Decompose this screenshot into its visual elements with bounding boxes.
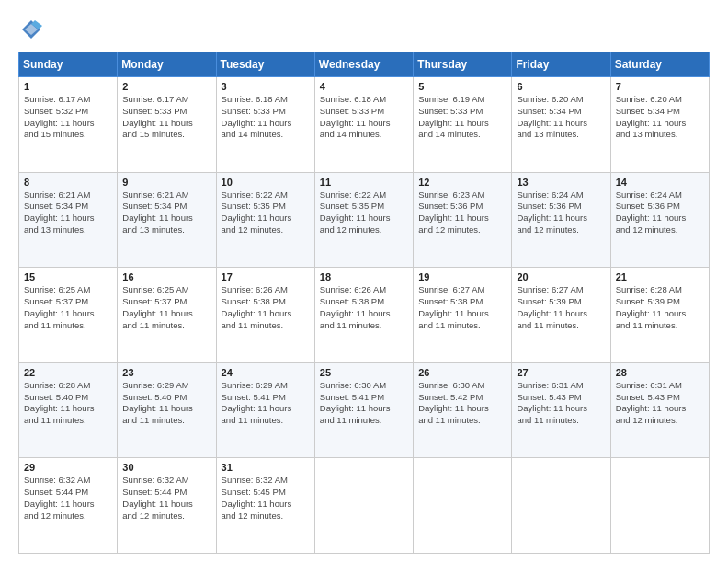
calendar-cell: 20Sunrise: 6:27 AMSunset: 5:39 PMDayligh… [512, 268, 610, 363]
day-number: 7 [616, 81, 704, 92]
cell-text: Sunrise: 6:30 AMSunset: 5:42 PMDaylight:… [418, 380, 506, 427]
calendar-cell: 31Sunrise: 6:32 AMSunset: 5:45 PMDayligh… [216, 458, 314, 554]
day-number: 22 [24, 367, 112, 378]
cell-text: Sunrise: 6:29 AMSunset: 5:40 PMDaylight:… [122, 380, 210, 427]
cell-text: Sunrise: 6:24 AMSunset: 5:36 PMDaylight:… [616, 190, 704, 236]
calendar-cell: 19Sunrise: 6:27 AMSunset: 5:38 PMDayligh… [414, 268, 512, 363]
cell-text: Sunrise: 6:25 AMSunset: 5:37 PMDaylight:… [24, 284, 112, 331]
logo [18, 17, 48, 42]
day-number: 23 [122, 367, 210, 378]
day-number: 3 [222, 81, 310, 92]
calendar-cell: 28Sunrise: 6:31 AMSunset: 5:43 PMDayligh… [610, 362, 709, 458]
cell-text: Sunrise: 6:31 AMSunset: 5:43 PMDaylight:… [616, 380, 704, 427]
cell-text: Sunrise: 6:21 AMSunset: 5:34 PMDaylight:… [122, 190, 210, 236]
calendar-cell: 6Sunrise: 6:20 AMSunset: 5:34 PMDaylight… [512, 77, 610, 173]
cell-text: Sunrise: 6:23 AMSunset: 5:36 PMDaylight:… [418, 190, 506, 236]
logo-icon [18, 17, 44, 42]
day-number: 5 [418, 81, 506, 92]
header [18, 17, 710, 42]
day-number: 8 [24, 177, 112, 188]
day-number: 26 [418, 367, 506, 378]
calendar-cell: 11Sunrise: 6:22 AMSunset: 5:35 PMDayligh… [314, 172, 413, 268]
day-number: 10 [222, 177, 310, 188]
page: SundayMondayTuesdayWednesdayThursdayFrid… [0, 0, 728, 563]
day-number: 13 [517, 177, 605, 188]
day-number: 20 [517, 271, 605, 282]
calendar-cell: 10Sunrise: 6:22 AMSunset: 5:35 PMDayligh… [216, 172, 314, 268]
calendar-cell: 8Sunrise: 6:21 AMSunset: 5:34 PMDaylight… [19, 172, 118, 268]
calendar-cell: 16Sunrise: 6:25 AMSunset: 5:37 PMDayligh… [118, 268, 216, 363]
day-header-sunday: Sunday [19, 52, 118, 77]
cell-text: Sunrise: 6:17 AMSunset: 5:32 PMDaylight:… [24, 94, 112, 141]
calendar-cell: 22Sunrise: 6:28 AMSunset: 5:40 PMDayligh… [19, 362, 118, 458]
day-number: 28 [616, 367, 704, 378]
calendar-cell: 27Sunrise: 6:31 AMSunset: 5:43 PMDayligh… [512, 362, 610, 458]
calendar-cell [512, 458, 610, 554]
cell-text: Sunrise: 6:20 AMSunset: 5:34 PMDaylight:… [616, 94, 704, 141]
day-number: 11 [320, 177, 408, 188]
day-header-thursday: Thursday [414, 52, 512, 77]
cell-text: Sunrise: 6:30 AMSunset: 5:41 PMDaylight:… [320, 380, 408, 427]
cell-text: Sunrise: 6:26 AMSunset: 5:38 PMDaylight:… [222, 284, 310, 331]
calendar-cell [414, 458, 512, 554]
cell-text: Sunrise: 6:27 AMSunset: 5:38 PMDaylight:… [418, 284, 506, 331]
day-number: 6 [517, 81, 605, 92]
calendar-cell: 3Sunrise: 6:18 AMSunset: 5:33 PMDaylight… [216, 77, 314, 173]
day-number: 27 [517, 367, 605, 378]
week-row-5: 29Sunrise: 6:32 AMSunset: 5:44 PMDayligh… [19, 458, 710, 554]
calendar-cell: 7Sunrise: 6:20 AMSunset: 5:34 PMDaylight… [610, 77, 709, 173]
calendar-cell: 1Sunrise: 6:17 AMSunset: 5:32 PMDaylight… [19, 77, 118, 173]
day-header-friday: Friday [512, 52, 610, 77]
day-number: 24 [222, 367, 310, 378]
cell-text: Sunrise: 6:21 AMSunset: 5:34 PMDaylight:… [24, 190, 112, 236]
day-number: 4 [320, 81, 408, 92]
calendar-cell: 12Sunrise: 6:23 AMSunset: 5:36 PMDayligh… [414, 172, 512, 268]
calendar-cell: 9Sunrise: 6:21 AMSunset: 5:34 PMDaylight… [118, 172, 216, 268]
day-number: 9 [122, 177, 210, 188]
day-number: 25 [320, 367, 408, 378]
week-row-3: 15Sunrise: 6:25 AMSunset: 5:37 PMDayligh… [19, 268, 710, 363]
cell-text: Sunrise: 6:25 AMSunset: 5:37 PMDaylight:… [122, 284, 210, 331]
day-header-wednesday: Wednesday [314, 52, 413, 77]
cell-text: Sunrise: 6:31 AMSunset: 5:43 PMDaylight:… [517, 380, 605, 427]
calendar-cell [314, 458, 413, 554]
calendar-cell [610, 458, 709, 554]
cell-text: Sunrise: 6:20 AMSunset: 5:34 PMDaylight:… [517, 94, 605, 141]
cell-text: Sunrise: 6:28 AMSunset: 5:40 PMDaylight:… [24, 380, 112, 427]
day-number: 30 [122, 462, 210, 473]
day-number: 19 [418, 271, 506, 282]
cell-text: Sunrise: 6:32 AMSunset: 5:44 PMDaylight:… [24, 475, 112, 522]
day-number: 15 [24, 271, 112, 282]
day-number: 31 [222, 462, 310, 473]
cell-text: Sunrise: 6:17 AMSunset: 5:33 PMDaylight:… [122, 94, 210, 141]
day-header-saturday: Saturday [610, 52, 709, 77]
day-number: 1 [24, 81, 112, 92]
calendar-cell: 30Sunrise: 6:32 AMSunset: 5:44 PMDayligh… [118, 458, 216, 554]
calendar-cell: 5Sunrise: 6:19 AMSunset: 5:33 PMDaylight… [414, 77, 512, 173]
calendar-table: SundayMondayTuesdayWednesdayThursdayFrid… [18, 52, 710, 554]
calendar-cell: 21Sunrise: 6:28 AMSunset: 5:39 PMDayligh… [610, 268, 709, 363]
day-number: 29 [24, 462, 112, 473]
cell-text: Sunrise: 6:32 AMSunset: 5:44 PMDaylight:… [122, 475, 210, 522]
cell-text: Sunrise: 6:28 AMSunset: 5:39 PMDaylight:… [616, 284, 704, 331]
day-number: 17 [222, 271, 310, 282]
cell-text: Sunrise: 6:29 AMSunset: 5:41 PMDaylight:… [222, 380, 310, 427]
day-number: 16 [122, 271, 210, 282]
day-number: 14 [616, 177, 704, 188]
week-row-2: 8Sunrise: 6:21 AMSunset: 5:34 PMDaylight… [19, 172, 710, 268]
cell-text: Sunrise: 6:18 AMSunset: 5:33 PMDaylight:… [222, 94, 310, 141]
day-header-monday: Monday [118, 52, 216, 77]
cell-text: Sunrise: 6:18 AMSunset: 5:33 PMDaylight:… [320, 94, 408, 141]
week-row-1: 1Sunrise: 6:17 AMSunset: 5:32 PMDaylight… [19, 77, 710, 173]
cell-text: Sunrise: 6:22 AMSunset: 5:35 PMDaylight:… [320, 190, 408, 236]
calendar-cell: 13Sunrise: 6:24 AMSunset: 5:36 PMDayligh… [512, 172, 610, 268]
week-row-4: 22Sunrise: 6:28 AMSunset: 5:40 PMDayligh… [19, 362, 710, 458]
cell-text: Sunrise: 6:24 AMSunset: 5:36 PMDaylight:… [517, 190, 605, 236]
day-number: 12 [418, 177, 506, 188]
calendar-cell: 29Sunrise: 6:32 AMSunset: 5:44 PMDayligh… [19, 458, 118, 554]
cell-text: Sunrise: 6:26 AMSunset: 5:38 PMDaylight:… [320, 284, 408, 331]
day-number: 21 [616, 271, 704, 282]
cell-text: Sunrise: 6:22 AMSunset: 5:35 PMDaylight:… [222, 190, 310, 236]
day-number: 2 [122, 81, 210, 92]
cell-text: Sunrise: 6:32 AMSunset: 5:45 PMDaylight:… [222, 475, 310, 522]
